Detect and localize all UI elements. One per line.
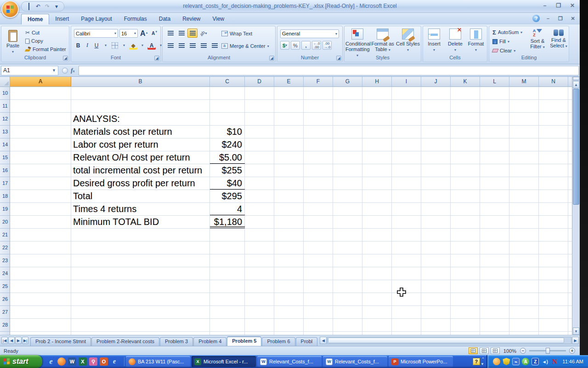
- borders-dropdown[interactable]: ▾: [120, 41, 128, 50]
- cell-C16[interactable]: $255: [210, 164, 245, 177]
- cell-styles-button[interactable]: Cell Styles ▾: [396, 28, 420, 55]
- wrench-icon[interactable]: ⌁: [512, 358, 520, 365]
- comma-style-button[interactable]: ,: [301, 41, 311, 50]
- cut-button[interactable]: ✂Cut: [24, 29, 66, 37]
- ribbon-tab-data[interactable]: Data: [153, 14, 176, 24]
- row-header-10[interactable]: 10: [0, 87, 10, 100]
- name-box[interactable]: A1 ▼: [1, 66, 58, 75]
- column-header-N[interactable]: N: [539, 77, 568, 87]
- font-size-select[interactable]: 16▾: [119, 29, 138, 38]
- row-header-28[interactable]: 28: [0, 319, 10, 332]
- cell-B15[interactable]: Relevant O/H cost per return: [73, 151, 190, 164]
- cell-C13[interactable]: $10: [210, 126, 245, 138]
- sheet-tab-problem-5[interactable]: Problem 5: [227, 336, 261, 346]
- column-header-B[interactable]: B: [71, 77, 210, 87]
- sheet-tab-prob-2-income-stmnt[interactable]: Prob 2 - Income Stmnt: [30, 337, 91, 346]
- formula-input[interactable]: [79, 66, 579, 75]
- autosum-button[interactable]: ΣAutoSum▾: [492, 28, 522, 36]
- horizontal-scroll-track[interactable]: [327, 337, 571, 344]
- fill-color-button[interactable]: ◆: [129, 41, 137, 50]
- row-header-21[interactable]: 21: [0, 229, 10, 242]
- close-button[interactable]: ✕: [568, 3, 577, 9]
- insert-function-icon[interactable]: fx: [71, 67, 75, 74]
- ribbon-tab-insert[interactable]: Insert: [49, 14, 75, 24]
- row-header-23[interactable]: 23: [0, 254, 10, 267]
- internet-explorer-icon[interactable]: e: [47, 357, 55, 366]
- ribbon-tab-review[interactable]: Review: [176, 14, 206, 24]
- zoom-slider[interactable]: [529, 350, 566, 351]
- taskbar-button-ba-213-w11-pasc-[interactable]: BA 213 W11 (Pasc...: [126, 356, 190, 367]
- cell-B12[interactable]: ANALYSIS:: [73, 113, 120, 126]
- format-cells-button[interactable]: Format▾: [466, 28, 486, 55]
- column-header-A[interactable]: A: [10, 77, 71, 87]
- scroll-right-button[interactable]: ▶: [572, 337, 579, 344]
- cancel-entry-button[interactable]: [62, 68, 68, 74]
- accounting-format-button[interactable]: $▾: [280, 41, 289, 50]
- cell-B20[interactable]: Minimum TOTAL BID: [73, 216, 159, 229]
- bottom-align-button[interactable]: [187, 29, 198, 38]
- align-left-button[interactable]: [165, 41, 175, 50]
- sheet-tab-probl[interactable]: Probl: [296, 337, 318, 346]
- workbook-minimize-button[interactable]: –: [544, 16, 552, 22]
- smiley-icon[interactable]: [493, 358, 500, 365]
- zoom-out-button[interactable]: −: [520, 348, 526, 354]
- column-header-K[interactable]: K: [451, 77, 480, 87]
- row-header-11[interactable]: 11: [0, 100, 10, 113]
- clear-button[interactable]: Clear▾: [492, 46, 522, 55]
- paste-button[interactable]: Paste▾: [4, 28, 22, 55]
- workbook-restore-button[interactable]: ❐: [556, 16, 565, 22]
- column-header-I[interactable]: I: [392, 77, 421, 87]
- first-sheet-button[interactable]: |◀: [1, 337, 8, 344]
- key-icon[interactable]: ⚲: [89, 357, 97, 366]
- orientation-button[interactable]: ab▾: [198, 29, 209, 38]
- copy-button[interactable]: Copy: [24, 37, 66, 45]
- row-header-12[interactable]: 12: [0, 113, 10, 126]
- vertical-scroll-thumb[interactable]: [573, 89, 579, 205]
- row-header-26[interactable]: 26: [0, 293, 10, 306]
- scroll-left-button[interactable]: ◀: [320, 337, 327, 344]
- name-box-dropdown-icon[interactable]: ▼: [52, 68, 56, 73]
- start-button[interactable]: start: [0, 355, 42, 368]
- ribbon-tab-formulas[interactable]: Formulas: [118, 14, 153, 24]
- scrollbar-split-handle[interactable]: [573, 77, 579, 80]
- middle-align-button[interactable]: [176, 29, 187, 38]
- insert-cells-button[interactable]: Insert▾: [424, 28, 444, 55]
- cell-C14[interactable]: $240: [210, 138, 245, 151]
- bold-button[interactable]: B: [74, 41, 82, 50]
- help-tray-icon[interactable]: ?: [473, 358, 480, 365]
- ribbon-tab-view[interactable]: View: [206, 14, 230, 24]
- row-header-24[interactable]: 24: [0, 267, 10, 280]
- align-right-button[interactable]: [187, 41, 198, 50]
- column-header-G[interactable]: G: [333, 77, 362, 87]
- shield-icon[interactable]: [503, 358, 510, 365]
- font-dialog-launcher[interactable]: ◢: [154, 56, 159, 61]
- ribbon-tab-page-layout[interactable]: Page Layout: [75, 14, 118, 24]
- page-break-view-button[interactable]: [491, 347, 500, 354]
- decrease-indent-button[interactable]: [198, 41, 209, 50]
- select-all-corner[interactable]: [0, 77, 10, 87]
- find-select-button[interactable]: Find & Select ▾: [548, 28, 569, 55]
- cells-region[interactable]: ANALYSIS:Materials cost per return$10Lab…: [10, 87, 572, 335]
- sheet-tab-problem-4[interactable]: Problem 4: [193, 337, 226, 346]
- row-header-17[interactable]: 17: [0, 177, 10, 190]
- outlook-icon[interactable]: O: [100, 357, 108, 366]
- antivirus-icon[interactable]: A: [522, 358, 529, 365]
- zoom-slider-thumb[interactable]: [546, 348, 550, 354]
- font-name-select[interactable]: Calibri▾: [74, 29, 118, 38]
- row-header-14[interactable]: 14: [0, 138, 10, 151]
- cell-B13[interactable]: Materials cost per return: [73, 126, 172, 138]
- taskbar-button-microsoft-excel-r-[interactable]: XMicrosoft Excel - r...: [192, 356, 256, 367]
- row-header-18[interactable]: 18: [0, 190, 10, 203]
- taskbar-button-microsoft-powerpo-[interactable]: PMicrosoft PowerPo...: [389, 356, 453, 367]
- restore-button[interactable]: ❐: [554, 3, 563, 9]
- minimize-button[interactable]: –: [540, 3, 549, 9]
- volume-icon[interactable]: ◄): [541, 358, 548, 365]
- scroll-down-button[interactable]: ▼: [573, 328, 579, 335]
- underline-dropdown[interactable]: ▾: [102, 41, 110, 50]
- format-painter-button[interactable]: Format Painter: [24, 45, 66, 53]
- increase-decimal-button[interactable]: ←.0.00: [312, 41, 321, 50]
- cell-B16[interactable]: total incremental cost per return: [73, 164, 202, 177]
- row-header-13[interactable]: 13: [0, 126, 10, 138]
- cell-B14[interactable]: Labor cost per return: [73, 138, 158, 151]
- wrap-text-button[interactable]: Wrap Text: [221, 29, 252, 38]
